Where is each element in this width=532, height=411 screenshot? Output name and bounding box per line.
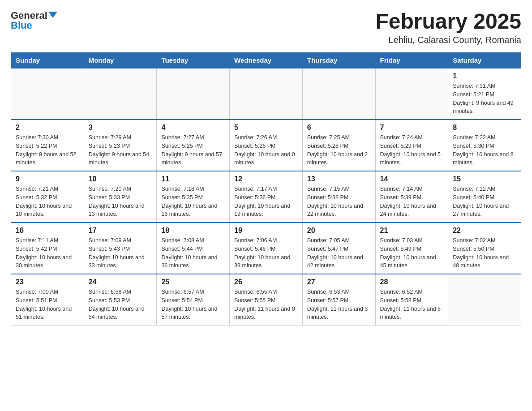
calendar-cell — [11, 68, 84, 120]
day-number: 4 — [161, 124, 225, 132]
day-info: Sunrise: 7:06 AMSunset: 5:46 PMDaylight:… — [234, 236, 298, 270]
calendar-cell — [302, 68, 375, 120]
calendar-cell: 12Sunrise: 7:17 AMSunset: 5:36 PMDayligh… — [230, 171, 303, 223]
calendar-cell — [230, 68, 303, 120]
calendar-cell: 14Sunrise: 7:14 AMSunset: 5:39 PMDayligh… — [375, 171, 448, 223]
day-number: 1 — [453, 72, 516, 80]
day-number: 6 — [307, 124, 371, 132]
day-number: 21 — [380, 227, 444, 235]
day-number: 14 — [380, 175, 444, 183]
logo-general-text: General — [11, 11, 47, 21]
day-info: Sunrise: 7:09 AMSunset: 5:43 PMDaylight:… — [89, 236, 152, 270]
day-info: Sunrise: 6:58 AMSunset: 5:53 PMDaylight:… — [89, 288, 152, 321]
weekday-header-wednesday: Wednesday — [230, 53, 303, 68]
calendar-cell — [375, 68, 448, 120]
day-info: Sunrise: 7:22 AMSunset: 5:30 PMDaylight:… — [453, 133, 516, 167]
day-number: 20 — [307, 227, 371, 235]
day-info: Sunrise: 7:03 AMSunset: 5:49 PMDaylight:… — [380, 236, 444, 270]
day-info: Sunrise: 7:20 AMSunset: 5:33 PMDaylight:… — [89, 185, 152, 218]
location-subtitle: Lehliu, Calarasi County, Romania — [375, 35, 521, 45]
day-info: Sunrise: 7:21 AMSunset: 5:32 PMDaylight:… — [16, 185, 79, 218]
day-number: 3 — [89, 124, 152, 132]
day-number: 17 — [89, 227, 152, 235]
day-number: 5 — [234, 124, 298, 132]
day-info: Sunrise: 7:27 AMSunset: 5:25 PMDaylight:… — [161, 133, 225, 167]
day-info: Sunrise: 7:31 AMSunset: 5:21 PMDaylight:… — [453, 82, 516, 116]
day-number: 15 — [453, 175, 516, 183]
day-info: Sunrise: 6:52 AMSunset: 5:58 PMDaylight:… — [380, 288, 444, 321]
day-number: 10 — [89, 175, 152, 183]
day-info: Sunrise: 6:57 AMSunset: 5:54 PMDaylight:… — [161, 288, 225, 321]
day-info: Sunrise: 6:55 AMSunset: 5:55 PMDaylight:… — [234, 288, 298, 321]
calendar-cell: 25Sunrise: 6:57 AMSunset: 5:54 PMDayligh… — [157, 274, 230, 325]
day-info: Sunrise: 7:29 AMSunset: 5:23 PMDaylight:… — [89, 133, 152, 167]
day-number: 2 — [16, 124, 79, 132]
day-info: Sunrise: 7:02 AMSunset: 5:50 PMDaylight:… — [453, 236, 516, 270]
calendar-cell: 18Sunrise: 7:08 AMSunset: 5:44 PMDayligh… — [157, 223, 230, 274]
week-row-3: 9Sunrise: 7:21 AMSunset: 5:32 PMDaylight… — [11, 171, 521, 223]
calendar-cell: 6Sunrise: 7:25 AMSunset: 5:28 PMDaylight… — [302, 120, 375, 171]
day-info: Sunrise: 7:17 AMSunset: 5:36 PMDaylight:… — [234, 185, 298, 218]
calendar-cell — [157, 68, 230, 120]
logo-arrow-icon — [48, 12, 57, 18]
week-row-1: 1Sunrise: 7:31 AMSunset: 5:21 PMDaylight… — [11, 68, 521, 120]
calendar-cell: 20Sunrise: 7:05 AMSunset: 5:47 PMDayligh… — [302, 223, 375, 274]
calendar-cell: 11Sunrise: 7:18 AMSunset: 5:35 PMDayligh… — [157, 171, 230, 223]
calendar-cell: 2Sunrise: 7:30 AMSunset: 5:22 PMDaylight… — [11, 120, 84, 171]
day-number: 22 — [453, 227, 516, 235]
day-info: Sunrise: 7:24 AMSunset: 5:29 PMDaylight:… — [380, 133, 444, 167]
calendar-cell: 16Sunrise: 7:11 AMSunset: 5:42 PMDayligh… — [11, 223, 84, 274]
day-info: Sunrise: 7:05 AMSunset: 5:47 PMDaylight:… — [307, 236, 371, 270]
calendar-cell: 28Sunrise: 6:52 AMSunset: 5:58 PMDayligh… — [375, 274, 448, 325]
calendar-cell: 5Sunrise: 7:26 AMSunset: 5:26 PMDaylight… — [230, 120, 303, 171]
day-info: Sunrise: 7:25 AMSunset: 5:28 PMDaylight:… — [307, 133, 371, 167]
day-info: Sunrise: 7:08 AMSunset: 5:44 PMDaylight:… — [161, 236, 225, 270]
day-number: 13 — [307, 175, 371, 183]
logo-blue-text: Blue — [11, 21, 32, 30]
calendar-cell: 23Sunrise: 7:00 AMSunset: 5:51 PMDayligh… — [11, 274, 84, 325]
day-number: 26 — [234, 278, 298, 286]
weekday-header-friday: Friday — [375, 53, 448, 68]
day-number: 19 — [234, 227, 298, 235]
day-number: 24 — [89, 278, 152, 286]
calendar-cell: 13Sunrise: 7:15 AMSunset: 5:38 PMDayligh… — [302, 171, 375, 223]
weekday-header-row: SundayMondayTuesdayWednesdayThursdayFrid… — [11, 53, 521, 68]
day-number: 16 — [16, 227, 79, 235]
day-info: Sunrise: 7:14 AMSunset: 5:39 PMDaylight:… — [380, 185, 444, 218]
calendar-cell: 9Sunrise: 7:21 AMSunset: 5:32 PMDaylight… — [11, 171, 84, 223]
day-info: Sunrise: 7:00 AMSunset: 5:51 PMDaylight:… — [16, 288, 79, 321]
day-number: 8 — [453, 124, 516, 132]
calendar-cell: 7Sunrise: 7:24 AMSunset: 5:29 PMDaylight… — [375, 120, 448, 171]
calendar-cell — [84, 68, 157, 120]
weekday-header-sunday: Sunday — [11, 53, 84, 68]
calendar-cell: 15Sunrise: 7:12 AMSunset: 5:40 PMDayligh… — [448, 171, 521, 223]
day-info: Sunrise: 7:12 AMSunset: 5:40 PMDaylight:… — [453, 185, 516, 218]
week-row-4: 16Sunrise: 7:11 AMSunset: 5:42 PMDayligh… — [11, 223, 521, 274]
day-number: 11 — [161, 175, 225, 183]
week-row-5: 23Sunrise: 7:00 AMSunset: 5:51 PMDayligh… — [11, 274, 521, 325]
day-info: Sunrise: 7:30 AMSunset: 5:22 PMDaylight:… — [16, 133, 79, 167]
day-number: 12 — [234, 175, 298, 183]
calendar-cell: 22Sunrise: 7:02 AMSunset: 5:50 PMDayligh… — [448, 223, 521, 274]
calendar-cell: 19Sunrise: 7:06 AMSunset: 5:46 PMDayligh… — [230, 223, 303, 274]
weekday-header-thursday: Thursday — [302, 53, 375, 68]
calendar-cell: 27Sunrise: 6:53 AMSunset: 5:57 PMDayligh… — [302, 274, 375, 325]
day-number: 27 — [307, 278, 371, 286]
calendar-cell — [448, 274, 521, 325]
logo: General Blue — [11, 11, 57, 30]
day-number: 7 — [380, 124, 444, 132]
calendar-cell: 17Sunrise: 7:09 AMSunset: 5:43 PMDayligh… — [84, 223, 157, 274]
day-info: Sunrise: 6:53 AMSunset: 5:57 PMDaylight:… — [307, 288, 371, 321]
day-number: 23 — [16, 278, 79, 286]
day-number: 25 — [161, 278, 225, 286]
weekday-header-saturday: Saturday — [448, 53, 521, 68]
day-info: Sunrise: 7:26 AMSunset: 5:26 PMDaylight:… — [234, 133, 298, 167]
weekday-header-tuesday: Tuesday — [157, 53, 230, 68]
day-info: Sunrise: 7:18 AMSunset: 5:35 PMDaylight:… — [161, 185, 225, 218]
title-block: February 2025 Lehliu, Calarasi County, R… — [375, 11, 521, 45]
week-row-2: 2Sunrise: 7:30 AMSunset: 5:22 PMDaylight… — [11, 120, 521, 171]
day-number: 28 — [380, 278, 444, 286]
month-year-title: February 2025 — [375, 11, 521, 32]
weekday-header-monday: Monday — [84, 53, 157, 68]
day-info: Sunrise: 7:11 AMSunset: 5:42 PMDaylight:… — [16, 236, 79, 270]
